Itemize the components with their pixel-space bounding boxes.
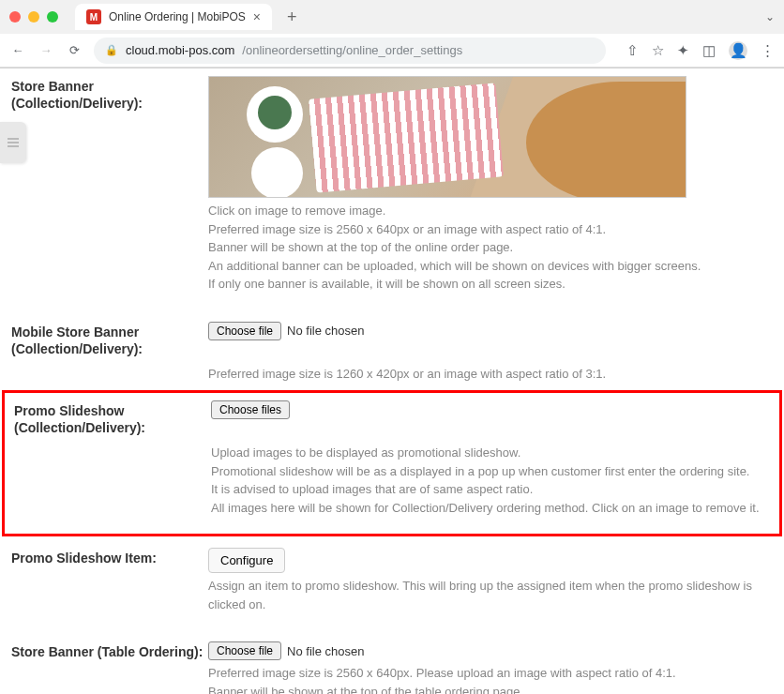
mobile-banner-row: Mobile Store Banner (Collection/Delivery… bbox=[11, 322, 773, 384]
file-status: No file chosen bbox=[287, 644, 364, 658]
store-banner-help: Click on image to remove image. Preferre… bbox=[208, 202, 773, 294]
promo-item-help: Assign an item to promo slideshow. This … bbox=[208, 577, 773, 613]
toolbar-actions: ⇧ ☆ ✦ ◫ 👤 ⋮ bbox=[626, 41, 775, 60]
browser-chrome: M Online Ordering | MobiPOS × + ⌄ ← → ⟳ … bbox=[0, 0, 784, 68]
close-window-button[interactable] bbox=[9, 11, 21, 23]
browser-tab[interactable]: M Online Ordering | MobiPOS × bbox=[75, 4, 272, 30]
share-icon[interactable]: ⇧ bbox=[626, 42, 639, 59]
forward-button[interactable]: → bbox=[38, 42, 54, 59]
store-banner-image[interactable] bbox=[208, 76, 686, 198]
new-tab-button[interactable]: + bbox=[287, 8, 297, 27]
titlebar: M Online Ordering | MobiPOS × + ⌄ bbox=[0, 0, 784, 34]
panel-icon[interactable]: ◫ bbox=[702, 42, 716, 59]
back-button[interactable]: ← bbox=[9, 42, 26, 59]
tabs-dropdown-icon[interactable]: ⌄ bbox=[765, 10, 775, 23]
promo-slideshow-help: Upload images to be displayed as promoti… bbox=[211, 444, 770, 517]
minimize-window-button[interactable] bbox=[28, 11, 39, 23]
tab-close-icon[interactable]: × bbox=[253, 9, 261, 24]
table-banner-row: Store Banner (Table Ordering): Choose fi… bbox=[11, 641, 773, 694]
menu-lines-icon bbox=[7, 136, 20, 149]
lock-icon: 🔒 bbox=[105, 44, 118, 56]
side-drawer-handle[interactable] bbox=[0, 122, 26, 163]
configure-button[interactable]: Configure bbox=[208, 548, 285, 573]
promo-slideshow-highlight: Promo Slideshow (Collection/Delivery): C… bbox=[2, 390, 782, 536]
choose-file-button[interactable]: Choose file bbox=[208, 322, 281, 340]
menu-icon[interactable]: ⋮ bbox=[761, 42, 775, 59]
browser-toolbar: ← → ⟳ 🔒 cloud.mobi-pos.com/onlineorderse… bbox=[0, 34, 784, 68]
promo-item-row: Promo Slideshow Item: Configure Assign a… bbox=[11, 548, 773, 613]
promo-item-label: Promo Slideshow Item: bbox=[11, 548, 208, 566]
table-banner-help: Preferred image size is 2560 x 640px. Pl… bbox=[208, 664, 773, 694]
promo-slideshow-row: Promo Slideshow (Collection/Delivery): C… bbox=[14, 400, 770, 517]
maximize-window-button[interactable] bbox=[47, 11, 58, 23]
mobile-banner-help: Preferred image size is 1260 x 420px or … bbox=[208, 365, 773, 384]
reload-button[interactable]: ⟳ bbox=[66, 42, 83, 59]
url-path: /onlineordersetting/online_order_setting… bbox=[242, 43, 462, 57]
tab-title: Online Ordering | MobiPOS bbox=[109, 10, 246, 23]
table-banner-label: Store Banner (Table Ordering): bbox=[11, 641, 208, 660]
choose-files-button[interactable]: Choose files bbox=[211, 400, 290, 419]
promo-slideshow-file-input[interactable]: Choose files bbox=[211, 400, 290, 419]
mobile-banner-label: Mobile Store Banner (Collection/Delivery… bbox=[11, 322, 208, 357]
settings-page: Store Banner (Collection/Delivery): Clic… bbox=[0, 68, 784, 694]
tab-favicon: M bbox=[86, 9, 101, 24]
store-banner-row: Store Banner (Collection/Delivery): Clic… bbox=[11, 76, 773, 294]
store-banner-label: Store Banner (Collection/Delivery): bbox=[11, 76, 208, 112]
url-host: cloud.mobi-pos.com bbox=[126, 43, 234, 57]
file-status: No file chosen bbox=[287, 324, 364, 338]
table-banner-file-input[interactable]: Choose file No file chosen bbox=[208, 641, 364, 660]
mobile-banner-file-input[interactable]: Choose file No file chosen bbox=[208, 322, 364, 340]
bookmark-icon[interactable]: ☆ bbox=[652, 42, 664, 59]
address-bar[interactable]: 🔒 cloud.mobi-pos.com/onlineordersetting/… bbox=[94, 38, 606, 64]
window-controls bbox=[9, 11, 58, 23]
profile-avatar[interactable]: 👤 bbox=[729, 41, 747, 60]
choose-file-button[interactable]: Choose file bbox=[208, 641, 281, 660]
extensions-icon[interactable]: ✦ bbox=[677, 42, 689, 59]
promo-slideshow-label: Promo Slideshow (Collection/Delivery): bbox=[14, 400, 211, 436]
